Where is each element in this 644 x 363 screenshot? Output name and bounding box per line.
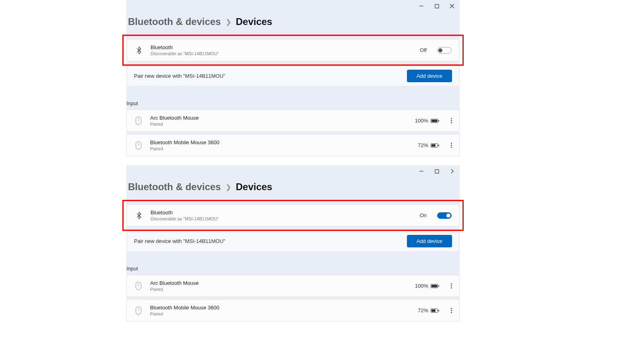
- pair-text: Pair new device with "MSI-14B11MOU": [134, 238, 407, 244]
- minimize-icon[interactable]: [419, 3, 424, 9]
- add-device-button[interactable]: Add device: [407, 70, 452, 82]
- titlebar: [126, 165, 460, 177]
- bluetooth-row[interactable]: Bluetooth Discoverable as "MSI-14B11MOU"…: [127, 204, 459, 226]
- add-device-button[interactable]: Add device: [407, 235, 452, 247]
- bluetooth-state-label: Off: [420, 47, 427, 53]
- device-name: Arc Bluetooth Mouse: [150, 115, 408, 121]
- bluetooth-row[interactable]: Bluetooth Discoverable as "MSI-14B11MOU"…: [127, 39, 459, 61]
- more-options-icon[interactable]: [451, 308, 452, 313]
- device-row[interactable]: Arc Bluetooth Mouse Paired 100%: [126, 110, 460, 132]
- maximize-icon[interactable]: [434, 168, 440, 174]
- device-battery-level: 100%: [415, 283, 428, 289]
- bluetooth-toggle[interactable]: [437, 212, 452, 219]
- breadcrumb-parent[interactable]: Bluetooth & devices: [128, 181, 221, 193]
- device-row[interactable]: Arc Bluetooth Mouse Paired 100%: [126, 275, 460, 297]
- breadcrumb-parent[interactable]: Bluetooth & devices: [128, 16, 221, 27]
- mouse-icon: [134, 141, 143, 149]
- device-status: Paired: [150, 122, 408, 127]
- svg-rect-1: [435, 4, 439, 8]
- pair-text: Pair new device with "MSI-14B11MOU": [134, 73, 407, 79]
- minimize-icon[interactable]: [419, 168, 424, 174]
- bluetooth-icon: [134, 212, 143, 220]
- breadcrumb-current: Devices: [236, 16, 272, 27]
- settings-window-off: Bluetooth & devices ❯ Devices Bluetooth …: [126, 0, 460, 156]
- highlight-box: Bluetooth Discoverable as "MSI-14B11MOU"…: [122, 35, 464, 66]
- battery-icon: [431, 119, 438, 123]
- device-row[interactable]: Bluetooth Mobile Mouse 3600 Paired 72%: [126, 134, 460, 156]
- chevron-right-icon: ❯: [226, 183, 231, 191]
- device-status: Paired: [150, 311, 411, 316]
- bluetooth-icon: [134, 46, 143, 54]
- bluetooth-subtitle: Discoverable as "MSI-14B11MOU": [151, 216, 413, 221]
- device-status: Paired: [150, 287, 408, 292]
- device-texts: Arc Bluetooth Mouse Paired: [150, 115, 408, 127]
- titlebar: [126, 0, 460, 12]
- battery-icon: [431, 143, 438, 147]
- maximize-icon[interactable]: [434, 3, 440, 9]
- bluetooth-subtitle: Discoverable as "MSI-14B11MOU": [151, 51, 413, 56]
- close-icon[interactable]: [449, 3, 455, 9]
- settings-window-on: Bluetooth & devices ❯ Devices Bluetooth …: [126, 165, 460, 322]
- battery-icon: [431, 284, 438, 288]
- device-battery: 100%: [415, 118, 438, 124]
- svg-rect-5: [435, 170, 439, 173]
- device-battery-level: 100%: [415, 118, 428, 124]
- chevron-right-icon: ❯: [226, 18, 231, 26]
- device-battery-level: 72%: [418, 142, 428, 148]
- device-row[interactable]: Bluetooth Mobile Mouse 3600 Paired 72%: [126, 299, 460, 322]
- bluetooth-texts: Bluetooth Discoverable as "MSI-14B11MOU": [151, 210, 413, 221]
- device-name: Bluetooth Mobile Mouse 3600: [150, 305, 411, 311]
- pair-row: Pair new device with "MSI-14B11MOU" Add …: [126, 231, 460, 252]
- device-texts: Bluetooth Mobile Mouse 3600 Paired: [150, 139, 411, 151]
- input-section-label: Input: [126, 100, 460, 106]
- device-status: Paired: [150, 146, 411, 151]
- device-battery: 72%: [418, 142, 438, 148]
- bluetooth-state-label: On: [420, 212, 427, 218]
- mouse-icon: [134, 307, 143, 315]
- device-name: Bluetooth Mobile Mouse 3600: [150, 139, 411, 145]
- device-texts: Bluetooth Mobile Mouse 3600 Paired: [150, 305, 411, 316]
- device-battery: 72%: [418, 307, 438, 313]
- more-options-icon[interactable]: [451, 283, 452, 288]
- breadcrumb: Bluetooth & devices ❯ Devices: [126, 177, 460, 200]
- device-battery-level: 72%: [418, 307, 428, 313]
- bluetooth-title: Bluetooth: [151, 210, 413, 216]
- bluetooth-texts: Bluetooth Discoverable as "MSI-14B11MOU": [151, 44, 413, 56]
- pair-row: Pair new device with "MSI-14B11MOU" Add …: [126, 66, 460, 87]
- mouse-icon: [134, 117, 143, 125]
- device-texts: Arc Bluetooth Mouse Paired: [150, 280, 408, 292]
- device-battery: 100%: [415, 283, 438, 289]
- chevron-right-icon[interactable]: [449, 168, 455, 174]
- breadcrumb: Bluetooth & devices ❯ Devices: [126, 12, 460, 35]
- bluetooth-toggle[interactable]: [437, 47, 452, 54]
- input-section-label: Input: [126, 266, 460, 272]
- bluetooth-title: Bluetooth: [151, 44, 413, 50]
- highlight-box: Bluetooth Discoverable as "MSI-14B11MOU"…: [122, 200, 464, 231]
- breadcrumb-current: Devices: [236, 181, 272, 193]
- battery-icon: [431, 309, 438, 313]
- more-options-icon[interactable]: [451, 118, 452, 123]
- more-options-icon[interactable]: [451, 143, 452, 148]
- mouse-icon: [134, 282, 143, 290]
- device-name: Arc Bluetooth Mouse: [150, 280, 408, 286]
